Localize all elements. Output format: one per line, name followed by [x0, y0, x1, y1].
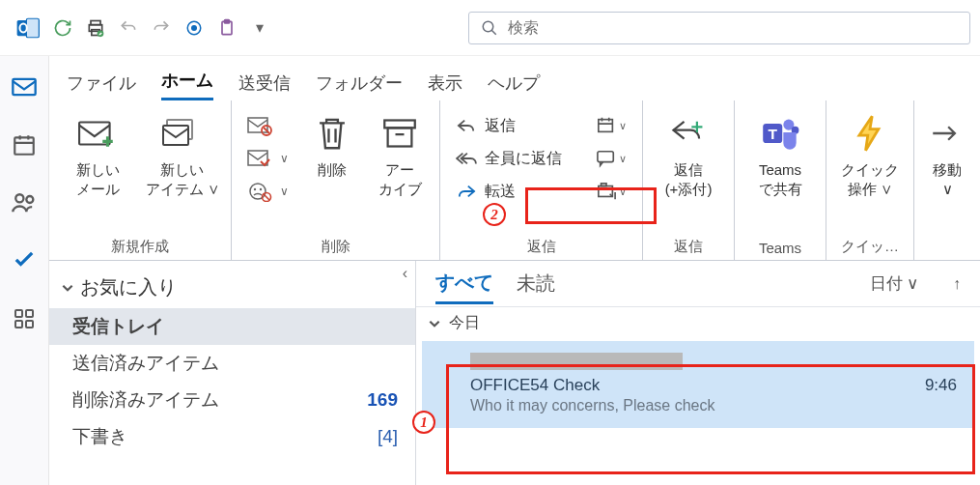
chevron-down-icon: ∨	[881, 181, 892, 197]
svg-point-8	[191, 25, 197, 31]
sort-direction-button[interactable]: ↑	[953, 275, 961, 293]
clipboard-icon[interactable]	[213, 14, 240, 42]
svg-rect-33	[598, 152, 613, 162]
date-group-label: 今日	[449, 313, 480, 333]
tab-view[interactable]: 表示	[428, 71, 462, 100]
group-quick-label: クイッ…	[832, 236, 908, 260]
sort-menu[interactable]: 日付∨	[870, 272, 918, 295]
archive-button[interactable]: アー カイブ	[366, 106, 434, 202]
archive-label: アー カイブ	[378, 160, 422, 198]
message-filter-bar: すべて 未読 日付∨ ↑	[416, 261, 980, 307]
folder-deleted-count: 169	[367, 389, 398, 411]
tab-folder[interactable]: フォルダー	[316, 71, 403, 100]
search-box[interactable]	[468, 12, 970, 44]
forward-label: 転送	[485, 182, 516, 202]
quick-steps-button[interactable]: クイック 操作 ∨	[832, 106, 908, 202]
chevron-down-icon: ∨	[280, 152, 289, 165]
message-subject: OFFICE54 Check	[470, 376, 600, 395]
svg-rect-30	[384, 121, 415, 128]
folder-drafts[interactable]: 下書き[4]	[49, 418, 415, 455]
svg-rect-32	[599, 120, 613, 132]
filter-all-tab[interactable]: すべて	[435, 264, 493, 304]
collapse-folder-pane-icon[interactable]: ‹	[403, 265, 407, 282]
rail-apps-icon[interactable]	[1, 296, 47, 342]
svg-rect-18	[15, 321, 22, 328]
group-replyattach-label: 返信	[649, 236, 728, 260]
message-time: 9:46	[925, 376, 957, 395]
favorites-label: お気に入り	[80, 274, 177, 300]
delete-button[interactable]: 削除	[298, 106, 366, 184]
tab-help[interactable]: ヘルプ	[488, 71, 540, 100]
chevron-down-icon	[428, 317, 441, 330]
forward-button[interactable]: 転送	[450, 176, 582, 207]
chevron-down-icon: ∨	[280, 185, 289, 198]
ribbon-group-quick: クイック 操作 ∨ クイッ…	[826, 100, 914, 260]
tab-home[interactable]: ホーム	[161, 69, 213, 100]
undo-icon[interactable]	[115, 14, 142, 42]
filter-unread-tab[interactable]: 未読	[517, 265, 555, 302]
group-move-label	[920, 254, 974, 260]
new-mail-button[interactable]: 新しい メール	[55, 106, 140, 202]
quick-steps-label: クイック 操作 ∨	[841, 160, 899, 198]
ignore-button[interactable]	[241, 110, 294, 141]
split-pane: ‹ お気に入り 受信トレイ 送信済みアイテム 削除済みアイテム169 下書き[4…	[49, 261, 980, 485]
move-button[interactable]: 移動∨	[920, 106, 974, 202]
chevron-down-icon: ∨	[907, 273, 918, 294]
svg-point-11	[483, 21, 493, 32]
sync-icon[interactable]	[49, 14, 76, 42]
group-new-label: 新規作成	[55, 236, 225, 260]
content-area: ファイル ホーム 送受信 フォルダー 表示 ヘルプ 新しい メール 新しい アイ…	[49, 56, 980, 485]
date-group-today[interactable]: 今日	[416, 307, 980, 339]
reply-attach-label: 返信 (+添付)	[665, 160, 713, 198]
ribbon-group-delete: ∨ ∨ 削除 アー カイブ 削除	[232, 100, 440, 260]
svg-point-27	[254, 188, 256, 190]
svg-rect-16	[15, 310, 22, 317]
outlook-logo	[15, 15, 41, 41]
print-icon[interactable]	[82, 14, 109, 42]
search-icon	[481, 19, 498, 37]
customize-qat-icon[interactable]: ▾	[246, 14, 273, 42]
redo-icon[interactable]	[148, 14, 175, 42]
new-mail-icon	[77, 110, 118, 157]
cleanup-button[interactable]: ∨	[241, 143, 294, 174]
ribbon-group-teams: T Teams で共有 Teams	[735, 100, 826, 260]
reply-all-button[interactable]: 全員に返信	[450, 143, 582, 174]
rail-people-icon[interactable]	[1, 180, 47, 226]
svg-rect-12	[13, 79, 35, 95]
meeting-reply-button[interactable]: ∨	[590, 110, 632, 141]
nav-rail	[0, 56, 49, 485]
svg-rect-10	[225, 19, 230, 22]
record-icon[interactable]	[181, 14, 208, 42]
new-item-icon	[161, 110, 204, 157]
rail-tasks-icon[interactable]	[1, 238, 47, 284]
chevron-down-icon: ∨	[942, 181, 953, 197]
favorites-header[interactable]: お気に入り	[49, 261, 415, 308]
folder-inbox-label: 受信トレイ	[72, 314, 164, 339]
junk-button[interactable]: ∨	[241, 176, 294, 207]
new-mail-label: 新しい メール	[76, 160, 120, 198]
sort-label: 日付	[870, 272, 903, 295]
group-delete-label: 削除	[238, 236, 434, 260]
message-item[interactable]: OFFICE54 Check 9:46 Who it may concerns,…	[422, 341, 974, 428]
im-reply-button[interactable]: ∨	[590, 143, 632, 174]
folder-sent[interactable]: 送信済みアイテム	[49, 345, 415, 382]
tab-sendrecv[interactable]: 送受信	[238, 71, 291, 100]
svg-text:T: T	[768, 126, 777, 142]
teams-share-label: Teams で共有	[759, 160, 802, 198]
more-respond-button[interactable]: ∨	[590, 176, 632, 207]
teams-share-button[interactable]: T Teams で共有	[741, 106, 820, 202]
svg-point-14	[15, 194, 23, 202]
new-item-label: 新しい アイテム ∨	[146, 160, 219, 198]
tab-file[interactable]: ファイル	[67, 71, 136, 100]
folder-inbox[interactable]: 受信トレイ	[49, 308, 415, 345]
delete-label: 削除	[318, 160, 347, 180]
new-item-button[interactable]: 新しい アイテム ∨	[140, 106, 225, 202]
search-input[interactable]	[508, 19, 958, 37]
folder-deleted[interactable]: 削除済みアイテム169	[49, 382, 415, 418]
rail-mail-icon[interactable]	[1, 64, 47, 110]
reply-attach-button[interactable]: 返信 (+添付)	[649, 106, 728, 202]
rail-calendar-icon[interactable]	[1, 122, 47, 168]
svg-rect-1	[26, 18, 39, 38]
chevron-down-icon	[61, 281, 74, 295]
reply-button[interactable]: 返信	[450, 110, 582, 141]
